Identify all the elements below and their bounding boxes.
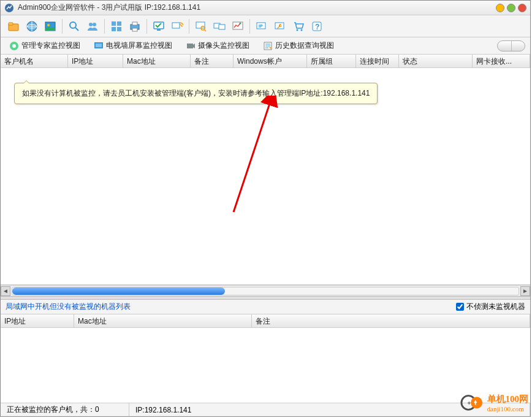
window-buttons — [496, 4, 526, 12]
col-remark[interactable]: 备注 — [191, 55, 234, 67]
annotation-arrow-icon — [227, 96, 283, 218]
svg-rect-2 — [9, 23, 13, 25]
wrench-icon[interactable] — [272, 18, 288, 34]
col-connect-time[interactable]: 连接时间 — [356, 55, 399, 67]
tab-admin-monitor[interactable]: 管理专家监控视图 — [6, 39, 84, 53]
lcol-ip[interactable]: IP地址 — [1, 314, 74, 327]
main-table-header: 客户机名 IP地址 Mac地址 备注 Windows帐户 所属组 连接时间 状态… — [1, 55, 530, 68]
tab-label: 摄像头监控视图 — [198, 40, 249, 51]
lcol-mac[interactable]: Mac地址 — [74, 314, 252, 327]
titlebar: Admin900企业网管软件 - 3用户试用版 IP:192.168.1.141 — [1, 1, 530, 15]
statusbar: 正在被监控的客户机，共：0 IP:192.168.1.141 — [1, 403, 530, 416]
view-toggle[interactable] — [497, 40, 525, 51]
watermark-title: 单机100网 — [487, 393, 529, 405]
search-icon[interactable] — [66, 18, 82, 34]
svg-rect-11 — [117, 21, 121, 26]
watermark-url: danji100.com — [487, 405, 529, 412]
admin-monitor-icon — [9, 41, 19, 51]
scroll-track[interactable] — [12, 287, 519, 295]
tv-wall-icon — [94, 41, 104, 51]
lcol-remark[interactable]: 备注 — [252, 314, 530, 327]
remote-icon[interactable] — [169, 18, 185, 34]
tab-camera[interactable]: 摄像头监控视图 — [182, 39, 253, 53]
col-nic-recv[interactable]: 网卡接收... — [473, 55, 530, 67]
screen-search-icon[interactable] — [193, 18, 209, 34]
scroll-thumb[interactable] — [12, 287, 225, 295]
camera-icon — [186, 41, 196, 51]
svg-rect-10 — [112, 21, 116, 26]
chart-icon[interactable] — [230, 18, 246, 34]
globe-icon[interactable] — [24, 18, 40, 34]
svg-rect-16 — [132, 28, 137, 31]
monitor-icon[interactable] — [151, 18, 167, 34]
no-detect-input[interactable] — [456, 303, 464, 311]
no-detect-checkbox[interactable]: 不侦测未监视机器 — [456, 302, 525, 312]
col-windows-user[interactable]: Windows帐户 — [234, 55, 307, 67]
col-client-name[interactable]: 客户机名 — [1, 55, 68, 67]
tab-label: 历史数据查询视图 — [275, 40, 334, 51]
grid-icon[interactable] — [108, 18, 124, 34]
history-icon — [263, 41, 273, 51]
col-status[interactable]: 状态 — [399, 55, 473, 67]
main-table-body: 如果没有计算机被监控，请去员工机安装被管理端(客户端)，安装时请参考输入管理端I… — [1, 68, 530, 285]
lower-table-header: IP地址 Mac地址 备注 — [1, 314, 530, 328]
svg-line-39 — [234, 102, 270, 212]
image-icon[interactable] — [42, 18, 58, 34]
col-mac[interactable]: Mac地址 — [123, 55, 191, 67]
svg-rect-20 — [196, 22, 205, 28]
watermark-icon: + — [460, 391, 484, 414]
help-icon[interactable]: ? — [309, 18, 325, 34]
ip-icon[interactable]: IP — [254, 18, 270, 34]
lower-panel: 局域网中开机但没有被监视的机器列表 不侦测未监视机器 IP地址 Mac地址 备注 — [1, 300, 530, 403]
status-client-count: 正在被监控的客户机，共：0 — [1, 403, 129, 416]
watermark: + 单机100网 danji100.com — [460, 391, 529, 414]
horizontal-scrollbar[interactable]: ◄ ► — [1, 285, 530, 296]
svg-rect-12 — [112, 27, 116, 31]
maximize-button[interactable] — [507, 4, 515, 12]
svg-rect-13 — [117, 27, 121, 31]
svg-point-25 — [240, 22, 241, 24]
svg-point-34 — [12, 44, 16, 48]
hint-tooltip: 如果没有计算机被监控，请去员工机安装被管理端(客户端)，安装时请参考输入管理端I… — [14, 83, 378, 104]
scroll-right-icon[interactable]: ► — [520, 286, 530, 296]
cart-icon[interactable] — [291, 18, 306, 34]
svg-point-6 — [47, 24, 50, 26]
tab-label: 电视墙屏幕监控视图 — [106, 40, 172, 51]
svg-rect-37 — [187, 44, 193, 48]
printer-icon[interactable] — [127, 18, 143, 34]
lower-table-body — [1, 328, 530, 403]
svg-text:IP: IP — [259, 24, 263, 28]
toolbar: IP ? — [1, 15, 530, 37]
hint-text: 如果没有计算机被监控，请去员工机安装被管理端(客户端)，安装时请参考输入管理端I… — [22, 89, 370, 97]
view-tabs: 管理专家监控视图 电视墙屏幕监控视图 摄像头监控视图 历史数据查询视图 — [1, 37, 530, 55]
window-title: Admin900企业网管软件 - 3用户试用版 IP:192.168.1.141 — [18, 2, 496, 13]
tab-label: 管理专家监控视图 — [21, 40, 80, 51]
svg-text:?: ? — [315, 23, 319, 31]
svg-point-8 — [89, 23, 93, 26]
col-group[interactable]: 所属组 — [307, 55, 356, 67]
svg-rect-18 — [157, 29, 161, 31]
tab-history[interactable]: 历史数据查询视图 — [259, 39, 338, 53]
lower-header: 局域网中开机但没有被监视的机器列表 不侦测未监视机器 — [1, 300, 530, 314]
tab-tv-wall[interactable]: 电视墙屏幕监控视图 — [90, 39, 176, 53]
svg-rect-19 — [172, 23, 180, 28]
minimize-button[interactable] — [496, 4, 504, 12]
svg-point-7 — [70, 22, 76, 28]
svg-rect-15 — [132, 22, 137, 25]
svg-rect-36 — [96, 44, 102, 47]
lower-title: 局域网中开机但没有被监视的机器列表 — [6, 302, 456, 312]
svg-text:+: + — [467, 400, 471, 406]
close-button[interactable] — [518, 4, 526, 12]
app-icon — [4, 3, 14, 13]
no-detect-label: 不侦测未监视机器 — [466, 302, 525, 312]
screens-icon[interactable] — [211, 18, 227, 34]
svg-point-29 — [297, 29, 298, 31]
svg-rect-23 — [219, 25, 225, 29]
users-icon[interactable] — [85, 18, 101, 34]
svg-point-30 — [301, 29, 303, 31]
folder-icon[interactable] — [6, 18, 21, 34]
scroll-left-icon[interactable]: ◄ — [1, 286, 10, 296]
col-ip[interactable]: IP地址 — [68, 55, 123, 67]
svg-point-9 — [93, 23, 96, 26]
